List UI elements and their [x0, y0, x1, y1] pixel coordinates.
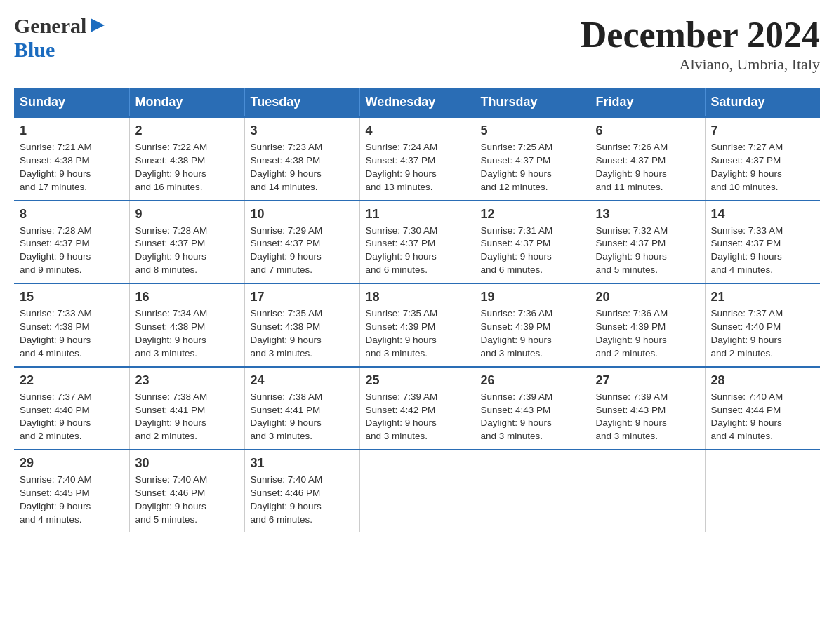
calendar-cell: 16 Sunrise: 7:34 AM Sunset: 4:38 PM Dayl… — [129, 283, 244, 367]
page-title: December 2024 — [581, 14, 820, 55]
day-number: 26 — [481, 373, 584, 388]
calendar-cell: 28 Sunrise: 7:40 AM Sunset: 4:44 PM Dayl… — [705, 367, 820, 450]
day-info: Sunrise: 7:38 AM Sunset: 4:41 PM Dayligh… — [135, 391, 239, 444]
day-info: Sunrise: 7:32 AM Sunset: 4:37 PM Dayligh… — [596, 224, 699, 278]
day-info: Sunrise: 7:28 AM Sunset: 4:37 PM Dayligh… — [135, 224, 239, 278]
day-info: Sunrise: 7:24 AM Sunset: 4:37 PM Dayligh… — [366, 141, 469, 194]
day-number: 2 — [135, 123, 239, 138]
calendar-cell — [705, 450, 820, 532]
day-info: Sunrise: 7:23 AM Sunset: 4:38 PM Dayligh… — [251, 141, 354, 194]
day-info: Sunrise: 7:35 AM Sunset: 4:39 PM Dayligh… — [366, 307, 469, 361]
calendar-cell: 27 Sunrise: 7:39 AM Sunset: 4:43 PM Dayl… — [590, 367, 705, 450]
day-number: 3 — [251, 123, 354, 138]
calendar-cell: 25 Sunrise: 7:39 AM Sunset: 4:42 PM Dayl… — [359, 367, 475, 450]
column-header-saturday: Saturday — [705, 88, 820, 117]
day-number: 18 — [366, 290, 469, 304]
title-block: December 2024 Alviano, Umbria, Italy — [581, 14, 820, 74]
calendar-cell: 18 Sunrise: 7:35 AM Sunset: 4:39 PM Dayl… — [359, 283, 475, 367]
calendar-week-row: 1 Sunrise: 7:21 AM Sunset: 4:38 PM Dayli… — [14, 117, 820, 201]
day-number: 22 — [20, 373, 124, 388]
day-number: 12 — [481, 207, 584, 222]
day-number: 6 — [596, 123, 699, 138]
page-subtitle: Alviano, Umbria, Italy — [581, 55, 820, 74]
day-info: Sunrise: 7:36 AM Sunset: 4:39 PM Dayligh… — [596, 307, 699, 361]
calendar-cell — [359, 450, 475, 532]
day-info: Sunrise: 7:40 AM Sunset: 4:44 PM Dayligh… — [711, 391, 815, 444]
day-info: Sunrise: 7:40 AM Sunset: 4:46 PM Dayligh… — [135, 474, 239, 527]
svg-marker-0 — [91, 18, 105, 32]
day-number: 24 — [251, 373, 354, 388]
calendar-week-row: 15 Sunrise: 7:33 AM Sunset: 4:38 PM Dayl… — [14, 283, 820, 367]
calendar-cell: 26 Sunrise: 7:39 AM Sunset: 4:43 PM Dayl… — [475, 367, 590, 450]
day-number: 23 — [135, 373, 239, 388]
day-number: 8 — [20, 207, 124, 222]
calendar-cell: 29 Sunrise: 7:40 AM Sunset: 4:45 PM Dayl… — [14, 450, 129, 532]
calendar-cell: 10 Sunrise: 7:29 AM Sunset: 4:37 PM Dayl… — [244, 201, 359, 284]
day-number: 17 — [251, 290, 354, 304]
day-number: 19 — [481, 290, 584, 304]
calendar-table: SundayMondayTuesdayWednesdayThursdayFrid… — [14, 88, 820, 532]
calendar-cell: 5 Sunrise: 7:25 AM Sunset: 4:37 PM Dayli… — [475, 117, 590, 201]
calendar-cell: 2 Sunrise: 7:22 AM Sunset: 4:38 PM Dayli… — [129, 117, 244, 201]
day-info: Sunrise: 7:39 AM Sunset: 4:43 PM Dayligh… — [596, 391, 699, 444]
day-info: Sunrise: 7:27 AM Sunset: 4:37 PM Dayligh… — [711, 141, 815, 194]
calendar-cell: 15 Sunrise: 7:33 AM Sunset: 4:38 PM Dayl… — [14, 283, 129, 367]
calendar-week-row: 8 Sunrise: 7:28 AM Sunset: 4:37 PM Dayli… — [14, 201, 820, 284]
day-info: Sunrise: 7:39 AM Sunset: 4:43 PM Dayligh… — [481, 391, 584, 444]
day-number: 14 — [711, 207, 815, 222]
calendar-cell: 12 Sunrise: 7:31 AM Sunset: 4:37 PM Dayl… — [475, 201, 590, 284]
day-number: 20 — [596, 290, 699, 304]
logo-blue-text: Blue — [14, 38, 55, 61]
calendar-cell: 31 Sunrise: 7:40 AM Sunset: 4:46 PM Dayl… — [244, 450, 359, 532]
calendar-cell: 30 Sunrise: 7:40 AM Sunset: 4:46 PM Dayl… — [129, 450, 244, 532]
calendar-cell: 20 Sunrise: 7:36 AM Sunset: 4:39 PM Dayl… — [590, 283, 705, 367]
logo-general-text: General — [14, 14, 86, 38]
day-number: 9 — [135, 207, 239, 222]
day-number: 7 — [711, 123, 815, 138]
day-info: Sunrise: 7:31 AM Sunset: 4:37 PM Dayligh… — [481, 224, 584, 278]
day-info: Sunrise: 7:36 AM Sunset: 4:39 PM Dayligh… — [481, 307, 584, 361]
day-number: 31 — [251, 456, 354, 471]
day-info: Sunrise: 7:40 AM Sunset: 4:46 PM Dayligh… — [251, 474, 354, 527]
column-header-sunday: Sunday — [14, 88, 129, 117]
day-number: 5 — [481, 123, 584, 138]
day-number: 1 — [20, 123, 124, 138]
calendar-cell: 4 Sunrise: 7:24 AM Sunset: 4:37 PM Dayli… — [359, 117, 475, 201]
day-number: 21 — [711, 290, 815, 304]
calendar-cell: 19 Sunrise: 7:36 AM Sunset: 4:39 PM Dayl… — [475, 283, 590, 367]
page-header: General Blue December 2024 Alviano, Umbr… — [14, 14, 820, 74]
calendar-cell — [475, 450, 590, 532]
day-number: 30 — [135, 456, 239, 471]
day-info: Sunrise: 7:39 AM Sunset: 4:42 PM Dayligh… — [366, 391, 469, 444]
calendar-cell: 3 Sunrise: 7:23 AM Sunset: 4:38 PM Dayli… — [244, 117, 359, 201]
day-number: 16 — [135, 290, 239, 304]
day-number: 11 — [366, 207, 469, 222]
calendar-cell: 21 Sunrise: 7:37 AM Sunset: 4:40 PM Dayl… — [705, 283, 820, 367]
day-info: Sunrise: 7:26 AM Sunset: 4:37 PM Dayligh… — [596, 141, 699, 194]
day-info: Sunrise: 7:29 AM Sunset: 4:37 PM Dayligh… — [251, 224, 354, 278]
day-info: Sunrise: 7:22 AM Sunset: 4:38 PM Dayligh… — [135, 141, 239, 194]
day-info: Sunrise: 7:25 AM Sunset: 4:37 PM Dayligh… — [481, 141, 584, 194]
calendar-week-row: 22 Sunrise: 7:37 AM Sunset: 4:40 PM Dayl… — [14, 367, 820, 450]
calendar-cell: 13 Sunrise: 7:32 AM Sunset: 4:37 PM Dayl… — [590, 201, 705, 284]
day-number: 15 — [20, 290, 124, 304]
calendar-cell: 9 Sunrise: 7:28 AM Sunset: 4:37 PM Dayli… — [129, 201, 244, 284]
column-header-thursday: Thursday — [475, 88, 590, 117]
calendar-cell — [590, 450, 705, 532]
day-number: 4 — [366, 123, 469, 138]
calendar-cell: 7 Sunrise: 7:27 AM Sunset: 4:37 PM Dayli… — [705, 117, 820, 201]
day-number: 13 — [596, 207, 699, 222]
calendar-cell: 17 Sunrise: 7:35 AM Sunset: 4:38 PM Dayl… — [244, 283, 359, 367]
calendar-cell: 22 Sunrise: 7:37 AM Sunset: 4:40 PM Dayl… — [14, 367, 129, 450]
day-info: Sunrise: 7:33 AM Sunset: 4:38 PM Dayligh… — [20, 307, 124, 361]
calendar-cell: 1 Sunrise: 7:21 AM Sunset: 4:38 PM Dayli… — [14, 117, 129, 201]
day-info: Sunrise: 7:21 AM Sunset: 4:38 PM Dayligh… — [20, 141, 124, 194]
column-header-wednesday: Wednesday — [359, 88, 475, 117]
day-number: 29 — [20, 456, 124, 471]
calendar-cell: 14 Sunrise: 7:33 AM Sunset: 4:37 PM Dayl… — [705, 201, 820, 284]
calendar-cell: 11 Sunrise: 7:30 AM Sunset: 4:37 PM Dayl… — [359, 201, 475, 284]
calendar-cell: 8 Sunrise: 7:28 AM Sunset: 4:37 PM Dayli… — [14, 201, 129, 284]
column-header-friday: Friday — [590, 88, 705, 117]
day-number: 28 — [711, 373, 815, 388]
calendar-cell: 23 Sunrise: 7:38 AM Sunset: 4:41 PM Dayl… — [129, 367, 244, 450]
